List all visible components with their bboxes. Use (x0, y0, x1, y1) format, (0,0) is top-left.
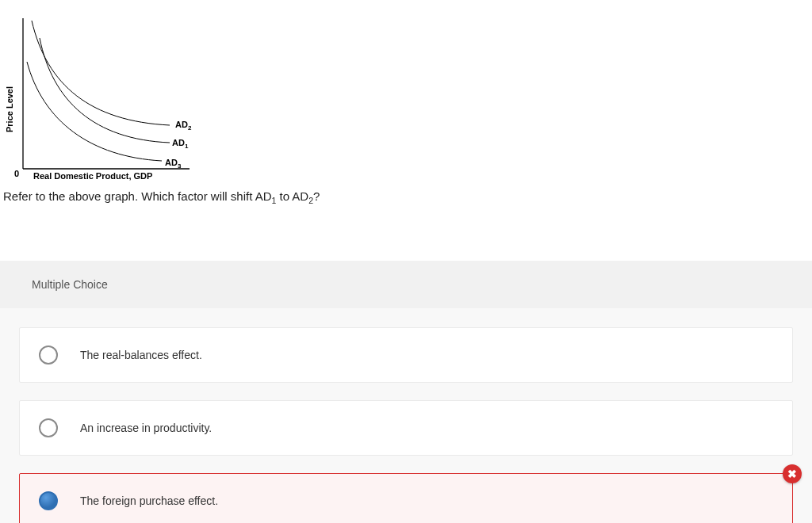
options-list: The real-balances effect. An increase in… (0, 308, 812, 523)
option-1[interactable]: An increase in productivity. (19, 400, 793, 456)
radio-icon (39, 418, 58, 437)
ad-curves-graph: AD2 AD1 AD3 Price Level 0 Real Domestic … (3, 14, 209, 185)
x-axis-label: Real Domestic Product, GDP (33, 171, 152, 181)
question-text: Refer to the above graph. Which factor w… (0, 185, 812, 205)
option-label: An increase in productivity. (80, 422, 212, 434)
radio-icon (39, 491, 58, 510)
svg-text:AD3: AD3 (165, 158, 182, 170)
multiple-choice-section: Multiple Choice The real-balances effect… (0, 261, 812, 523)
origin-label: 0 (14, 169, 19, 178)
incorrect-badge-icon: ✖ (783, 464, 802, 483)
svg-text:AD2: AD2 (175, 120, 192, 132)
svg-text:AD1: AD1 (172, 138, 189, 150)
option-label: The foreign purchase effect. (80, 494, 218, 507)
radio-icon (39, 345, 58, 365)
option-2[interactable]: The foreign purchase effect. ✖ (19, 473, 793, 523)
option-label: The real-balances effect. (80, 349, 202, 361)
y-axis-label: Price Level (5, 86, 14, 132)
graph-area: AD2 AD1 AD3 Price Level 0 Real Domestic … (0, 0, 812, 185)
option-0[interactable]: The real-balances effect. (19, 327, 793, 383)
mc-header: Multiple Choice (0, 261, 812, 308)
